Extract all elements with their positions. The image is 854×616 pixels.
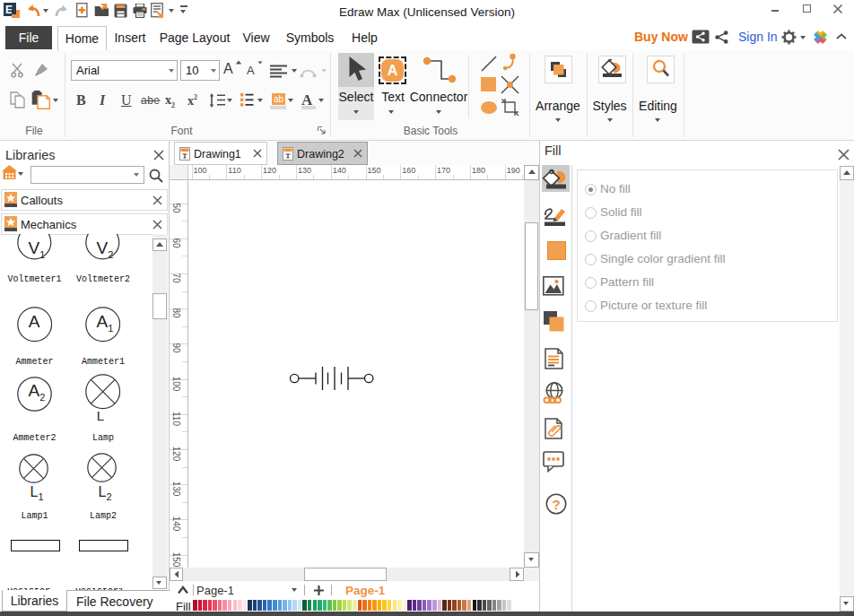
svg-text:?: ? [552, 497, 560, 512]
